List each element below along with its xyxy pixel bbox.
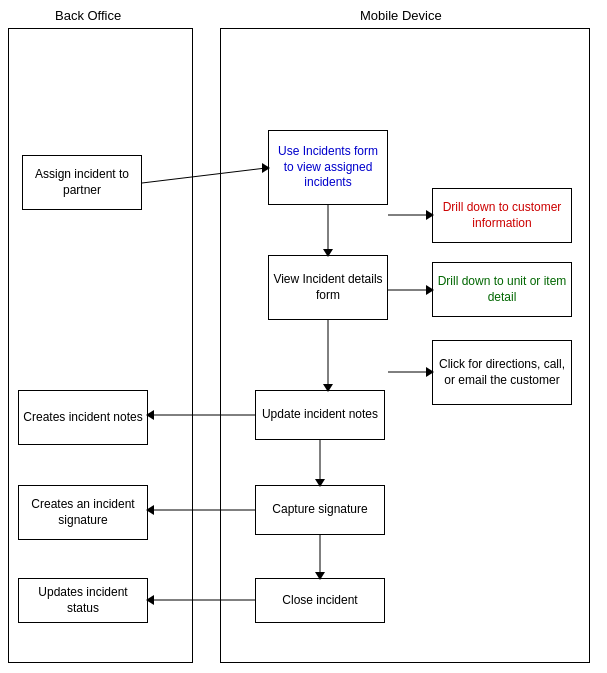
mobile-device-label: Mobile Device [360, 8, 442, 23]
updates-status-box: Updates incident status [18, 578, 148, 623]
drill-unit-box: Drill down to unit or item detail [432, 262, 572, 317]
creates-signature-box: Creates an incident signature [18, 485, 148, 540]
diagram-container: Back Office Mobile Device Assign inciden… [0, 0, 607, 673]
close-incident-box: Close incident [255, 578, 385, 623]
back-office-column [8, 28, 193, 663]
capture-signature-box: Capture signature [255, 485, 385, 535]
drill-customer-box: Drill down to customer information [432, 188, 572, 243]
update-notes-box: Update incident notes [255, 390, 385, 440]
view-incident-box: View Incident details form [268, 255, 388, 320]
creates-notes-box: Creates incident notes [18, 390, 148, 445]
assign-incident-box: Assign incident to partner [22, 155, 142, 210]
use-incidents-box: Use Incidents form to view assigned inci… [268, 130, 388, 205]
back-office-label: Back Office [55, 8, 121, 23]
click-directions-box: Click for directions, call, or email the… [432, 340, 572, 405]
